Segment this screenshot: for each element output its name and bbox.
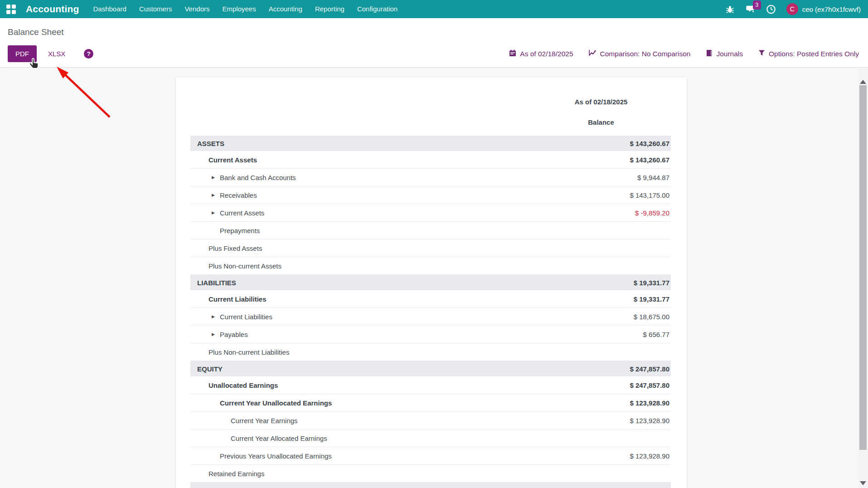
table-row: Prepayments	[190, 222, 671, 239]
filter-date-label: As of 02/18/2025	[520, 50, 573, 58]
table-row: Current Year Earnings$ 123,928.90	[190, 412, 671, 429]
row-value: $ 656.77	[643, 331, 671, 338]
message-count-badge: 3	[753, 0, 761, 10]
row-value: $ 247,857.80	[630, 381, 671, 389]
calendar-icon	[509, 49, 516, 59]
menu-item-vendors[interactable]: Vendors	[178, 0, 216, 18]
row-value: $ 123,928.90	[630, 417, 671, 425]
menu-item-dashboard[interactable]: Dashboard	[87, 0, 133, 18]
table-row: Plus Fixed Assets	[190, 239, 671, 257]
filter-journals-label: Journals	[716, 50, 743, 58]
table-row: Current Year Unallocated Earnings$ 123,9…	[190, 394, 671, 412]
row-value: $ 143,260.67	[630, 156, 671, 164]
vertical-scrollbar	[858, 68, 868, 488]
top-navbar: Accounting Dashboard Customers Vendors E…	[0, 0, 868, 18]
balance-sheet-table: ASSETS$ 143,260.67Current Assets$ 143,26…	[190, 136, 671, 488]
scrollbar-thumb[interactable]	[859, 85, 867, 450]
scrollbar-up-arrow[interactable]	[860, 80, 866, 84]
row-label: Current Assets	[190, 209, 264, 217]
row-value: $ -9,859.20	[635, 209, 671, 217]
column-header-date: As of 02/18/2025	[531, 93, 671, 111]
row-label: Previous Years Unallocated Earnings	[190, 452, 332, 460]
row-label: Plus Non-current Assets	[190, 262, 281, 270]
row-label: Current Assets	[190, 156, 257, 164]
table-row: LIABILITIES$ 19,331.77	[190, 275, 671, 290]
row-value: $ 143,260.67	[630, 140, 671, 147]
row-value: $ 18,675.00	[634, 313, 671, 321]
row-label: LIABILITIES	[190, 279, 236, 287]
activities-clock-icon[interactable]	[766, 4, 776, 14]
row-value: $ 247,857.80	[630, 365, 671, 373]
table-row[interactable]: ▶Receivables$ 143,175.00	[190, 186, 671, 204]
row-label: Current Year Earnings	[190, 417, 298, 425]
row-value: $ 19,331.77	[634, 295, 671, 303]
table-row[interactable]: ▶Current Liabilities$ 18,675.00	[190, 308, 671, 326]
table-row: ASSETS$ 143,260.67	[190, 136, 671, 151]
balance-sheet-card: As of 02/18/2025 Balance ASSETS$ 143,260…	[176, 78, 687, 488]
comparison-icon	[589, 49, 596, 58]
table-row[interactable]: ▶Bank and Cash Accounts$ 9,944.87	[190, 169, 671, 186]
table-row: Plus Non-current Liabilities	[190, 343, 671, 361]
filter-date[interactable]: As of 02/18/2025	[509, 49, 573, 59]
table-row: Retained Earnings	[190, 465, 671, 483]
bug-icon[interactable]	[725, 4, 735, 14]
messages-icon[interactable]: 3	[746, 4, 756, 14]
unfold-caret-icon[interactable]: ▶	[212, 175, 215, 180]
row-label: Retained Earnings	[190, 470, 264, 478]
row-label: Current Year Unallocated Earnings	[190, 399, 332, 407]
row-label: EQUITY	[190, 365, 223, 373]
row-label: ASSETS	[190, 140, 224, 147]
column-header-balance: Balance	[531, 114, 671, 131]
filter-options-label: Options: Posted Entries Only	[769, 50, 859, 58]
menu-item-customers[interactable]: Customers	[133, 0, 179, 18]
user-menu[interactable]: C ceo (ex7h0x1fcwvf)	[786, 3, 861, 15]
control-panel: Balance Sheet PDF XLSX ? As of 02/18/202…	[0, 18, 868, 68]
table-row: Plus Non-current Assets	[190, 257, 671, 275]
scrollbar-down-arrow[interactable]	[860, 481, 866, 485]
row-value: $ 123,928.90	[630, 399, 671, 407]
filter-comparison-label: Comparison: No Comparison	[600, 50, 691, 58]
avatar: C	[786, 3, 798, 15]
user-name: ceo (ex7h0x1fcwvf)	[802, 5, 861, 13]
unfold-caret-icon[interactable]: ▶	[212, 193, 215, 197]
menu-item-reporting[interactable]: Reporting	[309, 0, 351, 18]
table-row: Current Year Allocated Earnings	[190, 429, 671, 447]
row-label: Prepayments	[190, 227, 260, 234]
table-row: Current Assets$ 143,260.67	[190, 151, 671, 169]
row-label: Plus Non-current Liabilities	[190, 348, 289, 356]
main-menu: Dashboard Customers Vendors Employees Ac…	[87, 0, 404, 18]
table-row[interactable]: ▶Payables$ 656.77	[190, 326, 671, 343]
row-label: Current Year Allocated Earnings	[190, 434, 327, 442]
row-label: Unallocated Earnings	[190, 381, 278, 389]
table-row[interactable]: ▶Current Assets$ -9,859.20	[190, 204, 671, 222]
menu-item-employees[interactable]: Employees	[216, 0, 262, 18]
row-label: Plus Fixed Assets	[190, 244, 262, 252]
table-row: Current Liabilities$ 19,331.77	[190, 290, 671, 308]
unfold-caret-icon[interactable]: ▶	[212, 210, 215, 215]
report-filters: As of 02/18/2025 Comparison: No Comparis…	[509, 45, 859, 62]
xlsx-button[interactable]: XLSX	[42, 45, 72, 62]
row-value: $ 9,944.87	[637, 174, 671, 181]
help-icon[interactable]: ?	[84, 49, 93, 59]
filter-options[interactable]: Options: Posted Entries Only	[758, 49, 859, 58]
row-label: Current Liabilities	[190, 313, 272, 321]
table-row: Unallocated Earnings$ 247,857.80	[190, 376, 671, 394]
row-value: $ 123,928.90	[630, 452, 671, 460]
apps-menu-icon[interactable]	[6, 5, 16, 14]
filter-comparison[interactable]: Comparison: No Comparison	[589, 49, 691, 58]
row-value: $ 19,331.77	[634, 279, 671, 287]
menu-item-accounting[interactable]: Accounting	[262, 0, 309, 18]
breadcrumb: Balance Sheet	[8, 27, 64, 37]
table-row	[190, 483, 671, 488]
app-title: Accounting	[26, 4, 79, 15]
menu-item-configuration[interactable]: Configuration	[351, 0, 404, 18]
row-label: Bank and Cash Accounts	[190, 174, 296, 181]
row-label: Receivables	[190, 191, 257, 199]
unfold-caret-icon[interactable]: ▶	[212, 314, 215, 319]
row-value: $ 143,175.00	[630, 191, 671, 199]
table-row: EQUITY$ 247,857.80	[190, 361, 671, 376]
pdf-button[interactable]: PDF	[8, 45, 37, 62]
table-row: Previous Years Unallocated Earnings$ 123…	[190, 447, 671, 465]
filter-journals[interactable]: Journals	[706, 49, 743, 59]
unfold-caret-icon[interactable]: ▶	[212, 332, 215, 337]
